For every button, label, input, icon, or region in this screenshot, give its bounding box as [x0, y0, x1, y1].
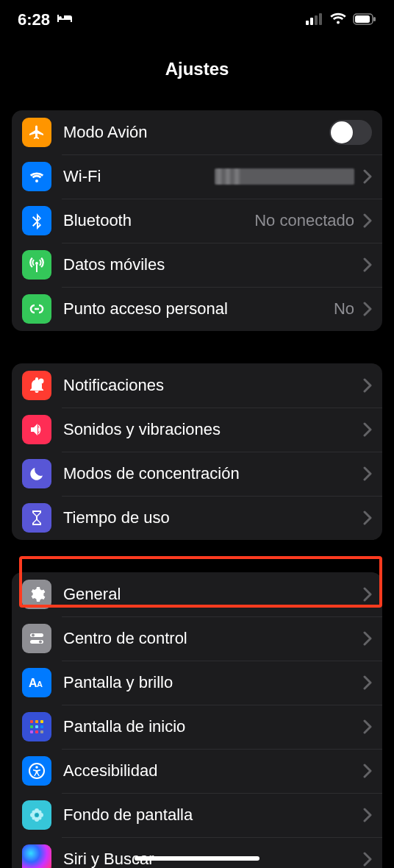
row-airplane[interactable]: Modo Avión: [12, 110, 382, 154]
group-system: General Centro de control AA Pantalla y …: [12, 572, 382, 868]
svg-rect-3: [319, 13, 322, 25]
svg-rect-17: [30, 725, 33, 728]
chevron-right-icon: [363, 302, 372, 316]
group-alerts: Notificaciones Sonidos y vibraciones Mod…: [12, 363, 382, 540]
row-label: Pantalla y brillo: [63, 673, 354, 692]
bed-icon: [56, 10, 74, 29]
accessibility-icon: [22, 756, 51, 786]
status-left: 6:28: [18, 10, 74, 29]
svg-point-24: [35, 766, 38, 769]
svg-point-30: [38, 811, 42, 814]
row-cellular[interactable]: Datos móviles: [12, 243, 382, 287]
wifi-network-value: [215, 168, 354, 185]
svg-point-29: [32, 811, 36, 814]
row-label: Fondo de pantalla: [63, 805, 354, 825]
row-label: Modo Avión: [63, 123, 320, 142]
svg-rect-0: [306, 21, 309, 25]
svg-rect-5: [355, 15, 370, 23]
home-indicator[interactable]: [135, 856, 259, 861]
svg-point-7: [39, 379, 44, 384]
row-label: Punto acceso personal: [63, 299, 326, 319]
svg-rect-6: [373, 17, 376, 21]
row-siri[interactable]: Siri y Buscar: [12, 837, 382, 868]
wifi-status-icon: [329, 10, 347, 29]
row-screentime[interactable]: Tiempo de uso: [12, 496, 382, 540]
row-wallpaper[interactable]: Fondo de pantalla: [12, 793, 382, 837]
wifi-icon: [22, 162, 51, 191]
svg-rect-21: [35, 730, 38, 733]
svg-point-31: [32, 817, 36, 820]
hotspot-icon: [22, 294, 51, 324]
chevron-right-icon: [363, 631, 372, 646]
chevron-right-icon: [363, 257, 372, 272]
status-right: [306, 10, 376, 29]
row-label: Modos de concentración: [63, 464, 354, 483]
chevron-right-icon: [363, 587, 372, 602]
row-hotspot[interactable]: Punto acceso personal No: [12, 287, 382, 331]
row-display[interactable]: AA Pantalla y brillo: [12, 661, 382, 705]
hourglass-icon: [22, 503, 51, 533]
chevron-right-icon: [363, 764, 372, 778]
row-sounds[interactable]: Sonidos y vibraciones: [12, 408, 382, 452]
svg-rect-22: [40, 730, 43, 733]
row-general[interactable]: General: [12, 572, 382, 616]
chevron-right-icon: [363, 808, 372, 822]
svg-point-32: [38, 817, 42, 820]
bluetooth-icon: [22, 206, 51, 235]
svg-rect-2: [315, 15, 318, 25]
chevron-right-icon: [363, 852, 372, 867]
status-bar: 6:28: [0, 0, 394, 40]
row-home-screen[interactable]: Pantalla de inicio: [12, 705, 382, 749]
row-control-center[interactable]: Centro de control: [12, 616, 382, 661]
gear-icon: [22, 580, 51, 609]
row-label: Wi-Fi: [63, 167, 207, 186]
chevron-right-icon: [363, 213, 372, 228]
app-grid-icon: [22, 712, 51, 741]
flower-icon: [22, 800, 51, 830]
row-label: Accesibilidad: [63, 761, 354, 780]
row-label: Pantalla de inicio: [63, 717, 354, 736]
row-label: Tiempo de uso: [63, 508, 354, 527]
chevron-right-icon: [363, 511, 372, 525]
text-size-icon: AA: [22, 668, 51, 697]
moon-icon: [22, 459, 51, 488]
row-label: Centro de control: [63, 629, 354, 648]
chevron-right-icon: [363, 675, 372, 690]
page-title: Ajustes: [0, 40, 394, 94]
siri-icon: [22, 844, 51, 868]
svg-rect-15: [35, 720, 38, 723]
cellular-signal-icon: [306, 10, 323, 29]
row-label: General: [63, 585, 354, 604]
row-wifi[interactable]: Wi-Fi: [12, 154, 382, 199]
svg-text:A: A: [37, 680, 43, 689]
svg-rect-19: [40, 725, 43, 728]
antenna-icon: [22, 250, 51, 280]
chevron-right-icon: [363, 719, 372, 734]
chevron-right-icon: [363, 422, 372, 437]
battery-icon: [353, 10, 376, 29]
svg-rect-1: [310, 18, 313, 25]
row-focus[interactable]: Modos de concentración: [12, 452, 382, 496]
svg-rect-18: [35, 725, 38, 728]
svg-point-11: [39, 641, 42, 644]
row-accessibility[interactable]: Accesibilidad: [12, 749, 382, 793]
row-bluetooth[interactable]: Bluetooth No conectado: [12, 199, 382, 243]
toggles-icon: [22, 624, 51, 653]
row-label: Notificaciones: [63, 376, 354, 395]
status-time: 6:28: [18, 10, 50, 29]
svg-rect-20: [30, 730, 33, 733]
speaker-icon: [22, 415, 51, 444]
airplane-icon: [22, 118, 51, 147]
group-connectivity: Modo Avión Wi-Fi Bluetooth No conectado …: [12, 110, 382, 331]
chevron-right-icon: [363, 466, 372, 481]
row-label: Sonidos y vibraciones: [63, 420, 354, 439]
row-notifications[interactable]: Notificaciones: [12, 363, 382, 408]
svg-point-9: [32, 634, 35, 637]
row-label: Datos móviles: [63, 255, 354, 274]
hotspot-value: No: [334, 299, 354, 319]
airplane-toggle[interactable]: [329, 120, 372, 145]
row-label: Bluetooth: [63, 211, 247, 230]
bluetooth-value: No conectado: [254, 211, 354, 230]
svg-rect-14: [30, 720, 33, 723]
bell-icon: [22, 371, 51, 400]
